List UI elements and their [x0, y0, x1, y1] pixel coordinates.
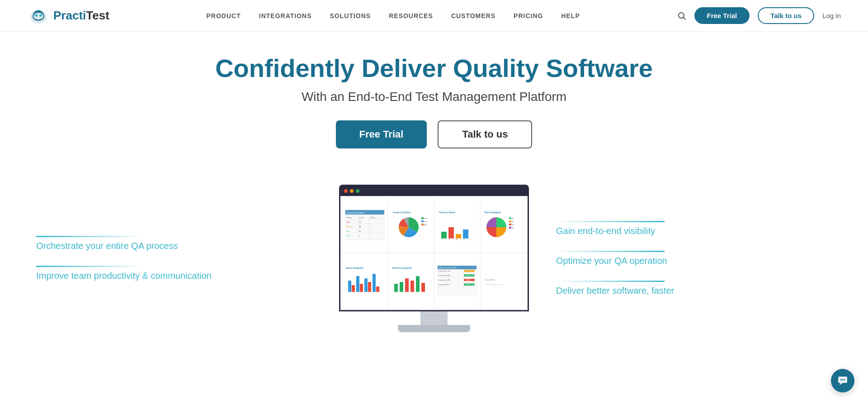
nav-item-integrations[interactable]: INTEGRATIONS	[259, 12, 312, 19]
svg-text:Log test abc-123...: Log test abc-123...	[439, 270, 452, 272]
svg-text:Count: Count	[359, 216, 364, 219]
chat-icon	[837, 375, 849, 387]
svg-text:PractiTest: PractiTest	[485, 278, 495, 281]
svg-text:P: P	[442, 239, 443, 241]
svg-rect-66	[410, 281, 414, 292]
svg-point-3	[39, 14, 42, 17]
svg-text:COMPLETED: COMPLETED	[465, 284, 475, 286]
svg-text:N: N	[463, 239, 465, 241]
nav-item-pricing[interactable]: PRICING	[514, 12, 543, 19]
search-button[interactable]	[677, 11, 686, 20]
svg-rect-58	[368, 282, 371, 292]
monitor-base	[398, 325, 470, 332]
header-login-button[interactable]: Log in	[822, 12, 841, 19]
svg-point-95	[842, 379, 844, 381]
svg-text:Medium: Medium	[346, 225, 353, 228]
nav-item-help[interactable]: HELP	[561, 12, 580, 19]
orchestrate-link[interactable]: Orchestrate your entire QA process	[36, 241, 178, 251]
chart-cell-7: Defect Tracker Update Log test abc-123..…	[435, 253, 480, 308]
main-nav: PRODUCT INTEGRATIONS SOLUTIONS RESOURCES…	[207, 12, 580, 19]
svg-rect-53	[348, 281, 351, 292]
svg-text:FAILED: FAILED	[466, 279, 472, 281]
svg-text:Log test jkl-012...: Log test jkl-012...	[439, 284, 451, 286]
svg-point-94	[840, 379, 842, 381]
svg-text:Tests Assigned: Tests Assigned	[484, 211, 500, 214]
hero-talk-button[interactable]: Talk to us	[438, 120, 532, 148]
gain-link[interactable]: Gain end-to-end visibility	[556, 226, 655, 236]
chart-cell-5: Hours Assigned	[342, 253, 387, 308]
svg-text:Hours Assigned: Hours Assigned	[346, 267, 363, 269]
nav-item-customers[interactable]: CUSTOMERS	[451, 12, 495, 19]
svg-text:28: 28	[359, 225, 361, 228]
hero-section: Confidently Deliver Quality Software Wit…	[0, 32, 868, 185]
dot-yellow	[350, 189, 354, 193]
feature-line-right-3	[556, 281, 665, 282]
svg-text:Q2: Q2	[512, 221, 514, 223]
right-features: Gain end-to-end visibility Optimize your…	[529, 221, 832, 296]
chat-bubble[interactable]	[831, 369, 854, 392]
svg-text:COMPLETED: COMPLETED	[465, 275, 475, 277]
feature-deliver: Deliver better software, faster	[556, 281, 832, 296]
chart-cell-1: Issue Distribution Priority Count Status…	[342, 198, 387, 253]
optimize-link[interactable]: Optimize your QA operation	[556, 256, 667, 266]
svg-text:B: B	[456, 239, 458, 241]
hero-buttons: Free Trial Talk to us	[336, 120, 533, 148]
chart-cell-3: Tests by Status P F B N	[435, 198, 480, 253]
svg-text:Q3: Q3	[512, 224, 514, 226]
monitor-screen: Issue Distribution Priority Count Status…	[339, 185, 529, 311]
hero-free-trial-button[interactable]: Free Trial	[336, 120, 427, 148]
svg-text:© 2024 All rights reserved: © 2024 All rights reserved	[485, 284, 503, 286]
feature-line-right-2	[556, 251, 665, 252]
svg-text:Fail: Fail	[424, 221, 427, 223]
svg-text:Pass: Pass	[424, 218, 428, 220]
header-talk-button[interactable]: Talk to us	[758, 7, 814, 24]
chart-cell-8: PractiTest © 2024 All rights reserved	[481, 253, 526, 308]
dot-red	[344, 189, 348, 193]
svg-rect-60	[376, 287, 379, 292]
svg-text:Q4: Q4	[512, 227, 514, 229]
svg-text:Q1: Q1	[512, 218, 514, 220]
nav-item-solutions[interactable]: SOLUTIONS	[330, 12, 371, 19]
svg-text:IN PROGRESS: IN PROGRESS	[464, 270, 476, 272]
svg-point-2	[35, 14, 38, 17]
svg-text:F: F	[449, 239, 450, 241]
svg-rect-31	[421, 224, 424, 225]
svg-rect-68	[421, 283, 425, 292]
feature-line-2	[36, 266, 145, 267]
svg-rect-56	[360, 284, 363, 292]
svg-rect-57	[364, 278, 368, 292]
svg-text:Issues by Status: Issues by Status	[393, 211, 411, 214]
svg-rect-65	[405, 278, 409, 292]
svg-rect-67	[416, 276, 420, 292]
svg-rect-64	[400, 282, 403, 292]
feature-line-1	[36, 236, 145, 237]
improve-link[interactable]: Improve team productivity & communicatio…	[36, 271, 212, 281]
svg-text:Priority: Priority	[346, 216, 352, 219]
svg-rect-50	[509, 227, 511, 229]
logo[interactable]: PractiTest	[27, 5, 109, 27]
header-free-trial-button[interactable]: Free Trial	[694, 7, 750, 24]
svg-text:Issue Distribution: Issue Distribution	[347, 211, 364, 214]
svg-rect-27	[421, 217, 424, 219]
svg-rect-44	[509, 217, 511, 219]
monitor-wrapper: Issue Distribution Priority Count Status…	[339, 185, 529, 332]
deliver-link[interactable]: Deliver better software, faster	[556, 286, 674, 296]
feature-improve: Improve team productivity & communicatio…	[36, 266, 212, 281]
svg-rect-37	[463, 229, 468, 239]
svg-rect-36	[456, 234, 461, 239]
svg-text:Status: Status	[370, 216, 375, 219]
monitor-top-bar	[340, 186, 528, 196]
hero-subtitle: With an End-to-End Test Management Platf…	[302, 90, 566, 104]
feature-optimize: Optimize your QA operation	[556, 251, 832, 266]
svg-rect-46	[509, 220, 511, 222]
nav-item-product[interactable]: PRODUCT	[207, 12, 241, 19]
svg-rect-59	[373, 274, 376, 292]
monitor-neck	[420, 311, 448, 325]
svg-text:N/R: N/R	[424, 224, 427, 226]
nav-item-resources[interactable]: RESOURCES	[389, 12, 433, 19]
svg-rect-63	[394, 284, 398, 292]
header: PractiTest PRODUCT INTEGRATIONS SOLUTION…	[0, 0, 868, 32]
svg-rect-55	[356, 276, 359, 292]
svg-marker-93	[840, 383, 843, 385]
svg-text:Log test ghi-789...: Log test ghi-789...	[439, 279, 451, 281]
